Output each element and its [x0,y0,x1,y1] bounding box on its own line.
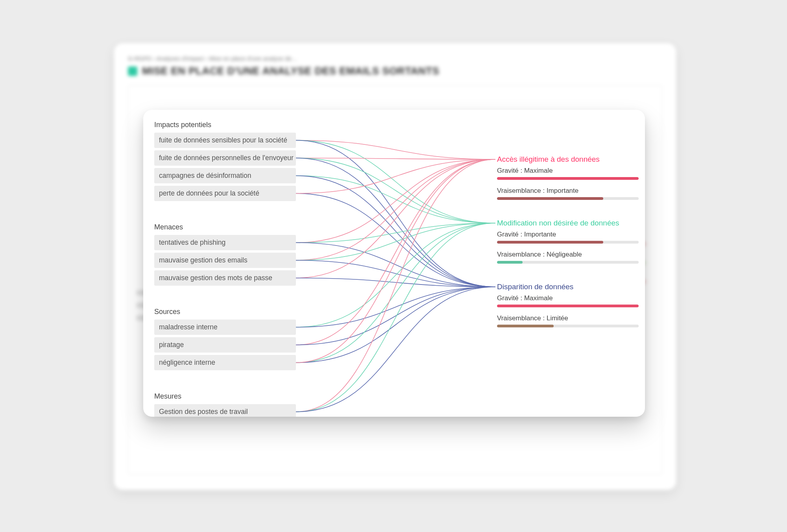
group-title: Impacts potentiels [154,121,296,129]
group-title: Menaces [154,223,296,231]
vraisemblance-bar [497,261,639,264]
list-item: tentatives de phishing [154,235,296,250]
list-item: mauvaise gestion des emails [154,253,296,268]
left-column: Impacts potentielsfuite de données sensi… [154,121,296,417]
risk-title: Disparition de données [497,283,639,291]
risk-mapping-card: Impacts potentielsfuite de données sensi… [143,110,645,417]
vraisemblance-label: Vraisemblance : Négligeable [497,251,639,259]
risk-title: Modification non désirée de données [497,219,639,227]
list-item: fuite de données sensibles pour la socié… [154,133,296,148]
list-item: piratage [154,337,296,353]
list-item: fuite de données personnelles de l'envoy… [154,150,296,166]
list-item: campagnes de désinformation [154,168,296,183]
list-item: Gestion des postes de travail [154,404,296,417]
group-title: Mesures [154,392,296,401]
vraisemblance-label: Vraisemblance : Importante [497,187,639,195]
list-item: mauvaise gestion des mots de passe [154,270,296,286]
vraisemblance-bar [497,325,639,327]
breadcrumb: G-RGPD › Analyses d'impact › Mise en pla… [128,55,662,62]
gravite-label: Gravité : Maximale [497,167,639,175]
group-title: Sources [154,308,296,316]
page-icon [128,66,137,76]
list-item: négligence interne [154,355,296,370]
vraisemblance-label: Vraisemblance : Limitée [497,314,639,322]
page-title: MISE EN PLACE D'UNE ANALYSE DES EMAILS S… [142,65,439,77]
gravite-bar [497,177,639,180]
list-item: perte de données pour la société [154,186,296,201]
gravite-bar [497,241,639,244]
vraisemblance-bar [497,197,639,200]
gravite-label: Gravité : Importante [497,231,639,238]
list-item: maladresse interne [154,320,296,335]
gravite-bar [497,305,639,307]
gravite-label: Gravité : Maximale [497,294,639,302]
right-column: Accès illégitime à des donnéesGravité : … [497,155,639,346]
risk-title: Accès illégitime à des données [497,155,639,164]
